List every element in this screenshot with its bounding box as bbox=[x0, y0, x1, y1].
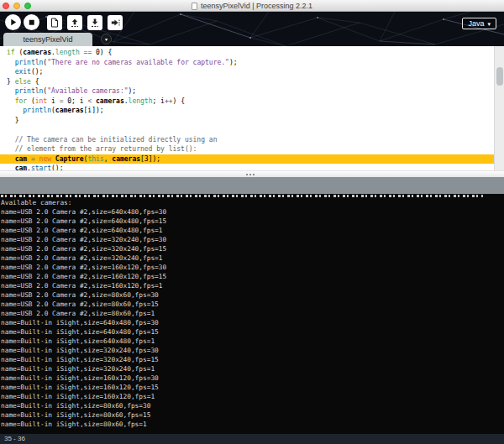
console-line: Available cameras: bbox=[0, 198, 504, 207]
code-line[interactable]: // The camera can be initialized directl… bbox=[0, 135, 504, 145]
code-line[interactable]: } bbox=[0, 116, 504, 126]
code-line[interactable]: if (cameras.length == 0) { bbox=[0, 48, 504, 58]
console-line: name=USB 2.0 Camera #2,size=320x240,fps=… bbox=[0, 235, 504, 244]
console-line: name=Built-in iSight,size=640x480,fps=1 bbox=[0, 337, 504, 346]
console-line: name=Built-in iSight,size=320x240,fps=1 bbox=[0, 364, 504, 373]
titlebar: teensyPixelVid | Processing 2.2.1 bbox=[0, 0, 504, 12]
console-line: name=USB 2.0 Camera #2,size=320x240,fps=… bbox=[0, 253, 504, 263]
console-line: name=USB 2.0 Camera #2,size=80x60,fps=15 bbox=[0, 300, 504, 309]
console-line: name=USB 2.0 Camera #2,size=160x120,fps=… bbox=[0, 272, 504, 281]
mode-selector-button[interactable]: Java ▾ bbox=[462, 18, 496, 29]
code-line[interactable]: // element from the array returned by li… bbox=[0, 144, 504, 154]
console-line: name=Built-in iSight,size=80x60,fps=15 bbox=[0, 410, 504, 420]
tab-label: teensyPixelVid bbox=[24, 35, 73, 44]
console-line: name=USB 2.0 Camera #2,size=160x120,fps=… bbox=[0, 281, 504, 290]
console-line: name=Built-in iSight,size=320x240,fps=30 bbox=[0, 346, 504, 355]
stop-icon bbox=[27, 18, 36, 27]
open-icon bbox=[70, 18, 80, 28]
console-line: name=Built-in iSight,size=80x60,fps=30 bbox=[0, 401, 504, 410]
code-line[interactable]: println(cameras[i]); bbox=[0, 106, 504, 116]
document-icon bbox=[192, 3, 197, 10]
processing-ide-window: teensyPixelVid | Processing 2.2.1 bbox=[0, 0, 504, 444]
console-clipped-line bbox=[1, 195, 483, 197]
console-line: name=Built-in iSight,size=160x120,fps=1 bbox=[0, 392, 504, 401]
console-line: name=USB 2.0 Camera #2,size=80x60,fps=1 bbox=[0, 309, 504, 318]
open-button[interactable] bbox=[67, 15, 82, 30]
console-line: name=USB 2.0 Camera #2,size=160x120,fps=… bbox=[0, 263, 504, 272]
editor-console-splitter[interactable] bbox=[0, 170, 504, 177]
export-icon bbox=[110, 18, 120, 28]
console-line: name=Built-in iSight,size=160x120,fps=15 bbox=[0, 383, 504, 392]
console-line: name=Built-in iSight,size=640x480,fps=15 bbox=[0, 327, 504, 337]
line-range-indicator: 35 - 36 bbox=[4, 435, 25, 442]
console[interactable]: Available cameras:name=USB 2.0 Camera #2… bbox=[0, 194, 504, 434]
code-lines: if (cameras.length == 0) { println("Ther… bbox=[0, 48, 504, 170]
editor-scrollbar-track[interactable] bbox=[494, 46, 504, 170]
chevron-down-icon: ▾ bbox=[487, 21, 491, 27]
code-line[interactable]: println("Available cameras:"); bbox=[0, 86, 504, 97]
message-bar bbox=[0, 177, 504, 194]
mode-label: Java bbox=[468, 19, 484, 28]
header: Java ▾ teensyPixelVid ▾ bbox=[0, 12, 504, 46]
run-button[interactable] bbox=[5, 14, 21, 30]
code-line[interactable]: for (int i = 0; i < cameras.length; i++)… bbox=[0, 97, 504, 107]
code-editor[interactable]: if (cameras.length == 0) { println("Ther… bbox=[0, 46, 504, 170]
splitter-handle-icon[interactable] bbox=[246, 174, 255, 175]
save-button[interactable] bbox=[87, 15, 102, 30]
code-line-highlighted[interactable]: cam = new Capture(this, cameras[3]); bbox=[0, 154, 504, 165]
console-line: name=Built-in iSight,size=640x480,fps=30 bbox=[0, 318, 504, 327]
console-line: name=Built-in iSight,size=80x60,fps=1 bbox=[0, 420, 504, 429]
console-line: name=USB 2.0 Camera #2,size=640x480,fps=… bbox=[0, 217, 504, 226]
stop-button[interactable] bbox=[24, 14, 39, 30]
code-line[interactable]: exit(); bbox=[0, 67, 504, 77]
console-line: name=USB 2.0 Camera #2,size=640x480,fps=… bbox=[0, 207, 504, 217]
code-line[interactable]: } else { bbox=[0, 77, 504, 87]
code-line[interactable]: println("There are no cameras available … bbox=[0, 58, 504, 68]
console-line: name=USB 2.0 Camera #2,size=80x60,fps=30 bbox=[0, 290, 504, 300]
export-button[interactable] bbox=[108, 15, 123, 30]
new-file-icon bbox=[50, 18, 60, 28]
console-line: name=Built-in iSight,size=160x120,fps=30 bbox=[0, 373, 504, 383]
console-lines: Available cameras:name=USB 2.0 Camera #2… bbox=[0, 198, 504, 429]
tab-teensypixelvid[interactable]: teensyPixelVid bbox=[3, 33, 92, 46]
play-icon bbox=[8, 18, 18, 27]
editor-scrollbar-thumb[interactable] bbox=[496, 67, 503, 86]
status-bar: 35 - 36 bbox=[0, 434, 504, 444]
console-line: name=USB 2.0 Camera #2,size=320x240,fps=… bbox=[0, 244, 504, 253]
save-icon bbox=[90, 18, 100, 28]
chevron-down-icon: ▾ bbox=[105, 36, 108, 42]
tab-menu-button[interactable]: ▾ bbox=[101, 34, 112, 44]
console-line: name=Built-in iSight,size=320x240,fps=15 bbox=[0, 355, 504, 364]
code-line[interactable]: cam.start(); bbox=[0, 164, 504, 170]
console-line: name=USB 2.0 Camera #2,size=640x480,fps=… bbox=[0, 226, 504, 235]
window-title: teensyPixelVid | Processing 2.2.1 bbox=[201, 2, 312, 10]
new-sketch-button[interactable] bbox=[47, 15, 62, 30]
code-line[interactable] bbox=[0, 125, 504, 135]
